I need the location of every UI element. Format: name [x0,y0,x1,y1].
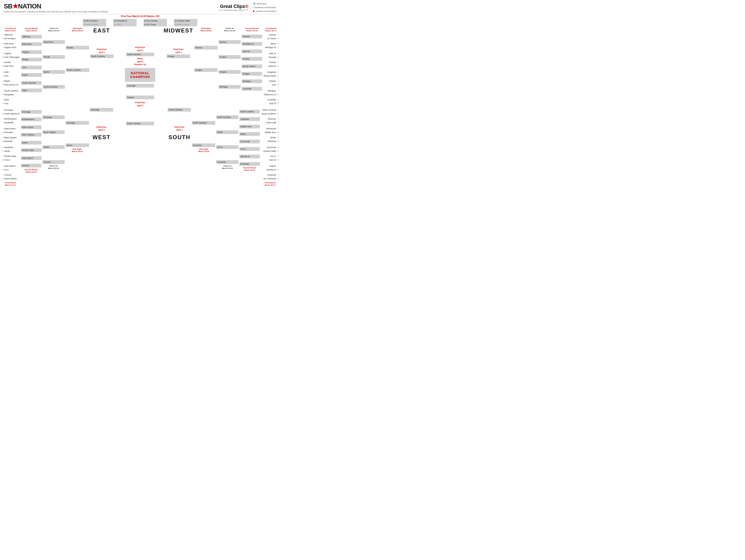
east-s16-winner-4: South Carolina [43,85,65,89]
south-ff-winner: North Carolina [168,108,191,112]
east-r2-match-3: USC Baylor [21,66,42,77]
midwest-s16-w4: Michigan [219,85,241,89]
team-slot: 1Gonzaga [1,108,20,112]
team-slot: Kent St14 [261,158,279,162]
team-slot: Wichita St10 [261,168,279,172]
team-slot: UC Davis16 [263,37,279,40]
ff-team: 11 USC [113,23,137,26]
east-match-1: 1Villanova 16Mt St Mary's [1,33,20,40]
midwest-r2-w1: Kansas [241,35,262,38]
great-clips-name: Great Clips® [219,4,249,9]
south-s16-w1: North Carolina [216,115,238,119]
ff-team: 11 Providence [113,19,137,23]
west-r2-winner-3: Notre Dame [21,125,41,129]
team-slot: Arkansas8 [261,117,279,121]
east-s16: Sweet 16March 23-24 Wisconsin Florida Ba… [43,27,65,89]
midwest-r2: Second RoundMarch 18-19 Kansas Michigan … [241,27,262,91]
team-slot: Michigan7 [263,89,279,93]
south-r2-header: Second RoundMarch 18-19 [239,167,260,172]
east-r2-header: Second RoundMarch 18-19 [21,27,42,32]
social-links: 🐦 @sbnation f facebook.com/sbnation ▶ yo… [253,2,277,13]
south-s16: North Carolina Butler UCLA Kentucky Swee… [216,108,238,170]
midwest-match-5: Creighton6 Rhode Island11 [263,70,279,78]
team-slot: 3Florida State [1,154,20,158]
west-e8-header: Elite EightMarch 25-26 [66,148,89,153]
midwest-e8-w2: Oregon [194,68,218,72]
south-e8-w2: Kentucky [192,144,215,147]
midwest-match-6: Oregon3 Iona14 [263,79,279,87]
team-slot: 5Notre Dame [1,127,20,130]
east-r2-match-2: Virginia Florida [21,50,42,61]
midwest-r2-header: Second RoundMarch 18-19 [241,27,262,32]
team-slot: Rhode Island11 [263,74,279,78]
east-match-8: 2Duke 15Troy [1,98,20,105]
team-slot: Miami8 [263,42,279,45]
team-slot: No. Kentucky15 [261,177,279,181]
team-slot: 14New Mexico St [1,83,20,87]
east-match-3: 5Virginia 12UNC Wilmington [1,52,20,59]
midwest-region: First RoundMarch 16-17 Kansas1 UC Davis1… [159,27,279,105]
team-slot: 9Virginia Tech [1,45,20,49]
team-slot: Kansas1 [263,33,279,37]
west-r2-match-4: Saint Mary's Arizona [21,156,41,167]
team-slot: Seton Hall9 [261,121,279,124]
south-r2-w6: UCLA [239,147,260,151]
west-r1: 1Gonzaga 16South Dakota St 8Northwestern… [1,108,20,187]
east-e8-header: Elite EightMarch 25-26 [66,27,89,32]
team-slot: 8Wisconsin [1,42,20,45]
south-s16-w2: Butler [216,130,238,134]
ff-team: 16 Mt St Mary's [83,19,106,23]
ff-nc-slot: North Carolina [126,122,154,125]
midwest-e8: Elite EightMarch 25-26 Kansas Oregon [194,27,218,72]
header-right: Great Clips® IT'S GONNA BE GREAT™ 🐦 @sbn… [219,2,277,13]
west-match-5: 6Maryland 11Xavier [1,146,20,153]
midwest-center: MIDWEST Final FourApril 1 Oregon [164,27,193,58]
team-slot: Jack St15 [263,101,279,105]
ff-game-2: 11 Providence 11 USC [113,19,137,26]
east-r1: First RoundMarch 16-17 1Villanova 16Mt S… [1,27,20,105]
east-region-label: EAST [93,27,110,34]
team-slot: 13Bucknell [1,139,20,143]
midwest-match-8: Louisville2 Jack St15 [263,98,279,105]
west-r2-winner-7: Saint Mary's [21,156,41,160]
east-r1-header: First RoundMarch 16-17 [1,27,20,32]
east-r2-winner-3: Virginia [21,50,42,54]
east-s16-winner-1: Wisconsin [43,40,65,44]
midwest-s16-w1: Kansas [219,40,241,44]
west-r2-header: Second RoundMarch 18-19 [21,168,41,174]
west-region: 1Gonzaga 16South Dakota St 8Northwestern… [1,108,121,187]
first-four-bar: First Four March 14-15 Dayton, OH [0,14,280,18]
main-bracket: First RoundMarch 16-17 1Villanova 16Mt S… [0,27,280,187]
team-slot: North Carolina1 [261,108,279,112]
west-match-3: 5Notre Dame 12Princeton [1,127,20,134]
east-r2-winner-4: Florida [21,58,42,61]
team-slot: 12UNC Wilmington [1,55,20,59]
west-r2-winner-5: Xavier [21,141,41,145]
team-slot: Louisville2 [263,98,279,101]
south-r2-w4: Butler [239,132,260,136]
midwest-ff-winner: Oregon [167,54,190,58]
team-slot: 13East Tenn [1,64,20,68]
south-s16-w4: Kentucky [216,160,238,164]
team-slot: Purdue4 [263,61,279,64]
logo: SB★NATION [4,2,108,10]
team-slot: 16South Dakota St [1,112,20,116]
south-match-1: North Carolina1 Texas Southern16 [261,108,279,116]
east-ff-winner: South Carolina [90,54,114,58]
team-slot: Winthrop13 [261,139,279,143]
team-slot: Oklahoma St10 [263,93,279,96]
east-match-5: 6SMU 11USC [1,70,20,78]
midwest-s16: Sweet 16March 23-24 Kansas Purdue Oregon… [219,27,241,89]
team-slot: 5Virginia [1,52,20,55]
east-center: EAST Final FourApril 1 South Carolina [90,27,114,58]
west-match-7: 7Saint Mary's 10VCU [1,164,20,172]
south-s16-w3: UCLA [216,145,238,149]
east-match-2: 8Wisconsin 9Virginia Tech [1,42,20,49]
west-s16-header: Sweet 16March 23-24 [42,165,65,170]
south-e8-header: Elite EightMarch 25-26 [192,148,215,153]
west-r2-match-3: Xavier Florida State [21,141,41,152]
team-slot: Oregon3 [263,79,279,83]
east-r2-winner-7: South Carolina [21,81,42,85]
team-slot: 12Princeton [1,130,20,134]
team-slot: 10VCU [1,168,20,172]
